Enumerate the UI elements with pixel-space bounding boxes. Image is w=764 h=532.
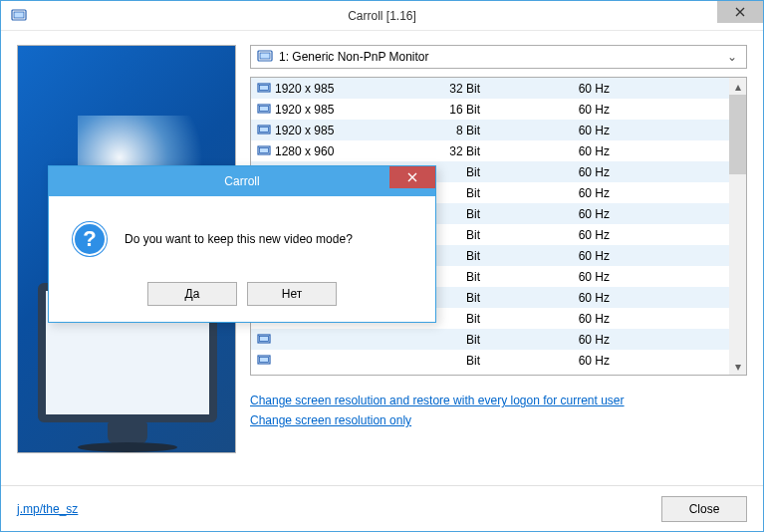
display-icon	[257, 83, 271, 95]
display-icon	[257, 355, 271, 367]
refresh-rate-cell: 60 Hz	[500, 249, 630, 263]
window-close-button[interactable]	[717, 1, 763, 23]
link-change-only[interactable]: Change screen resolution only	[250, 413, 747, 427]
close-button[interactable]: Close	[661, 496, 747, 522]
monitor-stand-graphic	[108, 422, 147, 444]
resolution-row[interactable]: 1920 x 98516 Bit60 Hz	[251, 99, 729, 120]
bit-depth-cell: 32 Bit	[390, 82, 500, 96]
titlebar: Carroll [1.16]	[1, 1, 763, 31]
dialog-titlebar: Carroll	[49, 166, 435, 196]
dialog-message: Do you want to keep this new video mode?	[125, 232, 353, 246]
refresh-rate-cell: 60 Hz	[500, 354, 630, 368]
display-icon	[257, 104, 271, 116]
refresh-rate-cell: 60 Hz	[500, 228, 630, 242]
confirm-dialog: Carroll ? Do you want to keep this new v…	[48, 165, 436, 323]
yes-button[interactable]: Да	[147, 282, 237, 306]
resolution-row[interactable]: Bit60 Hz	[251, 350, 729, 371]
bit-depth-cell: 8 Bit	[390, 124, 500, 137]
refresh-rate-cell: 60 Hz	[500, 291, 630, 305]
refresh-rate-cell: 60 Hz	[500, 144, 630, 158]
resolution-cell: 1920 x 985	[251, 82, 390, 96]
resolution-row[interactable]: 1920 x 9858 Bit60 Hz	[251, 120, 729, 140]
refresh-rate-cell: 60 Hz	[500, 333, 630, 347]
scroll-up-icon[interactable]: ▴	[729, 78, 746, 95]
refresh-rate-cell: 60 Hz	[500, 165, 630, 179]
svg-rect-7	[260, 106, 269, 111]
svg-rect-5	[260, 85, 269, 90]
bit-depth-cell: Bit	[390, 354, 500, 368]
dialog-title: Carroll	[224, 174, 259, 188]
action-links: Change screen resolution and restore wit…	[250, 384, 747, 437]
svg-rect-9	[260, 127, 269, 132]
app-icon	[11, 8, 27, 24]
resolution-cell: 1920 x 985	[251, 124, 390, 137]
resolution-cell: 1920 x 985	[251, 103, 390, 117]
close-icon	[735, 7, 745, 17]
refresh-rate-cell: 60 Hz	[500, 124, 630, 137]
refresh-rate-cell: 60 Hz	[500, 186, 630, 200]
svg-rect-31	[260, 357, 269, 362]
resolution-row[interactable]: 1920 x 98532 Bit60 Hz	[251, 78, 729, 99]
display-icon	[257, 125, 271, 136]
question-icon: ?	[73, 222, 107, 256]
dialog-close-button[interactable]	[389, 166, 435, 188]
svg-rect-3	[260, 53, 270, 59]
no-button[interactable]: Нет	[247, 282, 337, 306]
refresh-rate-cell: 60 Hz	[500, 270, 630, 284]
resolution-row[interactable]: Bit60 Hz	[251, 329, 729, 350]
display-icon	[257, 334, 271, 346]
dialog-body: ? Do you want to keep this new video mod…	[49, 196, 435, 274]
link-change-per-user[interactable]: Change screen resolution and restore wit…	[250, 394, 747, 407]
window-title: Carroll [1.16]	[348, 9, 416, 23]
display-icon	[257, 145, 271, 157]
monitor-icon	[257, 50, 273, 64]
bit-depth-cell: 16 Bit	[390, 103, 500, 117]
monitor-dropdown[interactable]: 1: Generic Non-PnP Monitor ⌄	[250, 45, 747, 69]
resolution-cell	[251, 355, 390, 367]
refresh-rate-cell: 60 Hz	[500, 312, 630, 326]
bit-depth-cell: Bit	[390, 333, 500, 347]
resolution-cell: 1280 x 960	[251, 144, 390, 158]
refresh-rate-cell: 60 Hz	[500, 103, 630, 117]
resolution-cell	[251, 334, 390, 346]
svg-rect-11	[260, 147, 269, 152]
monitor-base-graphic	[78, 442, 177, 452]
refresh-rate-cell: 60 Hz	[500, 207, 630, 221]
footer: j.mp/the_sz Close	[1, 485, 763, 531]
svg-rect-1	[14, 12, 24, 18]
svg-rect-29	[260, 336, 269, 341]
scrollbar[interactable]: ▴ ▾	[729, 78, 746, 375]
chevron-down-icon: ⌄	[724, 50, 740, 64]
footer-url[interactable]: j.mp/the_sz	[17, 502, 78, 516]
scroll-track[interactable]	[729, 174, 746, 358]
scroll-thumb[interactable]	[729, 95, 746, 174]
dialog-buttons: Да Нет	[49, 274, 435, 322]
bit-depth-cell: 32 Bit	[390, 144, 500, 158]
resolution-row[interactable]: 1280 x 96032 Bit60 Hz	[251, 140, 729, 161]
scroll-down-icon[interactable]: ▾	[729, 358, 746, 375]
close-icon	[407, 172, 417, 182]
refresh-rate-cell: 60 Hz	[500, 82, 630, 96]
monitor-dropdown-label: 1: Generic Non-PnP Monitor	[279, 50, 724, 64]
